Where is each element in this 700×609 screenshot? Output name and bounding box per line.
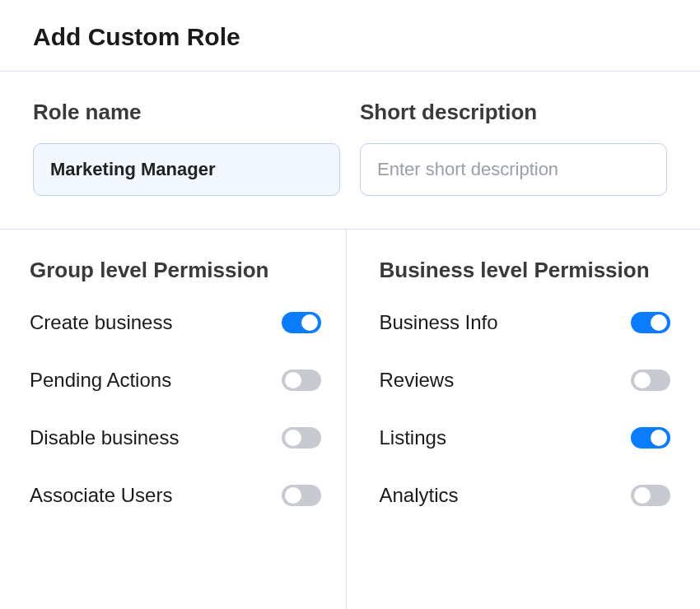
permission-label: Create business [30, 311, 172, 334]
description-input[interactable] [360, 143, 667, 196]
permission-row-create-business: Create business [30, 311, 321, 334]
toggle-disable-business[interactable] [282, 427, 321, 449]
page-title: Add Custom Role [33, 23, 667, 51]
permission-label: Associate Users [30, 484, 172, 507]
toggle-business-info[interactable] [631, 312, 670, 333]
toggle-pending-actions[interactable] [282, 370, 321, 391]
permission-label: Business Info [380, 311, 498, 334]
group-permissions-title: Group level Permission [30, 258, 321, 283]
business-permissions-column: Business level Permission Business Info … [347, 230, 701, 609]
permission-label: Disable business [30, 426, 179, 449]
business-permissions-title: Business level Permission [380, 258, 671, 283]
add-custom-role-card: Add Custom Role Role name Short descript… [0, 0, 700, 609]
permission-row-disable-business: Disable business [30, 426, 321, 449]
toggle-analytics[interactable] [631, 485, 670, 506]
role-name-input[interactable] [33, 143, 340, 196]
permission-row-analytics: Analytics [380, 484, 671, 507]
toggle-reviews[interactable] [631, 370, 670, 391]
form-section: Role name Short description [0, 72, 700, 229]
permission-row-business-info: Business Info [380, 311, 671, 334]
permission-label: Analytics [380, 484, 459, 507]
permission-label: Listings [380, 426, 446, 449]
permission-row-associate-users: Associate Users [30, 484, 321, 507]
description-group: Short description [360, 100, 667, 196]
toggle-create-business[interactable] [282, 312, 321, 333]
header: Add Custom Role [0, 0, 700, 71]
permission-label: Reviews [380, 369, 455, 392]
toggle-associate-users[interactable] [282, 485, 321, 506]
permission-row-reviews: Reviews [380, 369, 671, 392]
role-name-group: Role name [33, 100, 340, 196]
description-label: Short description [360, 100, 667, 125]
permission-row-pending-actions: Pending Actions [30, 369, 321, 392]
permission-label: Pending Actions [30, 369, 171, 392]
permission-row-listings: Listings [380, 426, 671, 449]
toggle-listings[interactable] [631, 427, 670, 449]
permissions-section: Group level Permission Create business P… [0, 230, 700, 609]
role-name-label: Role name [33, 100, 340, 125]
group-permissions-column: Group level Permission Create business P… [0, 230, 347, 609]
